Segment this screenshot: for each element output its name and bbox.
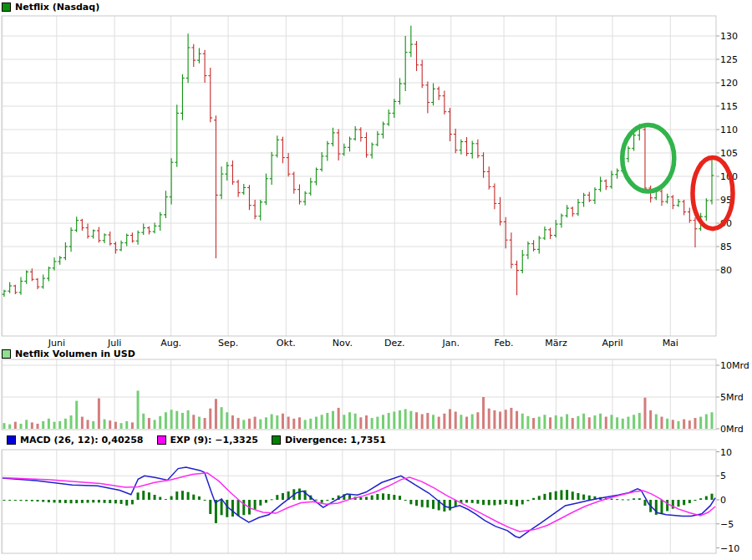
volume-legend-label: Netflix Volumen in USD <box>15 349 135 359</box>
volume-panel-tick-label: 0Mrd <box>720 424 744 435</box>
chart-svg: 13012512011511010510095908580JuniJuliAug… <box>0 0 752 560</box>
price-panel-y-axis: 13012512011511010510095908580 <box>716 31 738 276</box>
price-panel-tick-label: 130 <box>720 31 738 42</box>
volume-panel-y-axis: 10Mrd5Mrd0Mrd <box>716 360 749 435</box>
exp-value-label: EXP (9): −1,3325 <box>170 435 259 445</box>
volume-panel-grid <box>2 359 716 430</box>
month-label: Mai <box>663 338 678 349</box>
divergence-value-label: Divergence: 1,7351 <box>285 435 386 445</box>
volume-panel-tick-label: 5Mrd <box>720 392 744 403</box>
annotation-red-circle <box>693 158 733 229</box>
price-panel-tick-label: 80 <box>720 265 732 276</box>
price-panel-tick-label: 125 <box>720 54 738 65</box>
macd-panel: 1050−5−10 <box>2 447 739 554</box>
price-panel-tick-label: 105 <box>720 148 738 159</box>
macd-legend-item: MACD (26, 12): 0,40258 <box>7 435 144 445</box>
macd-legend: MACD (26, 12): 0,40258 EXP (9): −1,3325 … <box>7 435 399 445</box>
month-label: Juni <box>48 338 65 349</box>
volume-panel-tick-label: 10Mrd <box>720 360 749 371</box>
divergence-histogram <box>3 489 714 523</box>
month-label: Nov. <box>333 338 353 349</box>
annotation-green-circle <box>622 125 674 191</box>
volume-legend: Netflix Volumen in USD <box>2 349 135 359</box>
macd-panel-tick-label: 0 <box>720 495 726 506</box>
price-series-swatch-icon <box>2 3 11 12</box>
month-label: April <box>602 338 622 349</box>
macd-panel-tick-label: −10 <box>720 543 739 554</box>
month-label: Aug. <box>160 338 181 349</box>
month-label: Jan. <box>442 338 460 349</box>
macd-value-label: MACD (26, 12): 0,40258 <box>20 435 144 445</box>
price-panel-grid <box>2 16 716 336</box>
price-legend: Netflix (Nasdaq) <box>2 2 99 13</box>
macd-panel-tick-label: −5 <box>720 519 734 530</box>
month-label: Dez. <box>384 338 405 349</box>
chart-stage: 13012512011511010510095908580JuniJuliAug… <box>0 0 752 560</box>
divergence-legend-item: Divergence: 1,7351 <box>272 435 386 445</box>
macd-panel-tick-label: 10 <box>720 447 732 458</box>
volume-series-swatch-icon <box>2 349 11 359</box>
month-label: Feb. <box>495 338 514 349</box>
price-panel-tick-label: 85 <box>720 242 732 252</box>
month-label: Juli <box>107 338 121 349</box>
chart-title: Netflix (Nasdaq) <box>15 2 99 13</box>
month-label: Sep. <box>218 338 238 349</box>
volume-panel: 10Mrd5Mrd0Mrd <box>2 359 749 435</box>
price-panel-tick-label: 120 <box>720 78 738 89</box>
macd-series-swatch-icon <box>7 435 16 445</box>
x-axis-month-labels: JuniJuliAug.Sep.Okt.Nov.Dez.Jan.Feb.März… <box>48 338 678 349</box>
month-label: März <box>545 338 567 349</box>
month-label: Okt. <box>277 338 296 349</box>
price-panel-tick-label: 115 <box>720 101 738 112</box>
exp-legend-item: EXP (9): −1,3325 <box>157 435 259 445</box>
divergence-series-swatch-icon <box>272 435 281 445</box>
macd-panel-y-axis: 1050−5−10 <box>716 447 739 554</box>
price-bars-series <box>3 26 714 297</box>
macd-panel-tick-label: 5 <box>720 471 726 481</box>
volume-bars-series <box>3 390 714 429</box>
price-panel-tick-label: 110 <box>720 125 738 135</box>
exp-series-swatch-icon <box>157 435 166 445</box>
